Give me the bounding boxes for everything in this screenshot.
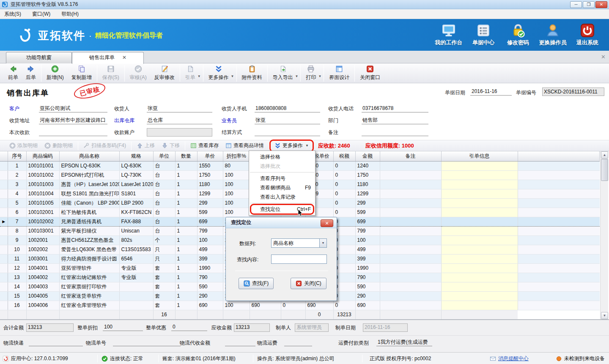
menu-item-查找定位[interactable]: 查找定位Ctrl+F bbox=[249, 205, 315, 214]
dropdown-arrow-icon[interactable]: ▼ bbox=[295, 74, 299, 78]
vertical-scrollbar[interactable]: ▲ ▼ bbox=[600, 151, 608, 319]
menu-item-查看序列号[interactable]: 查看序列号 bbox=[249, 174, 315, 183]
column-header-商品名称[interactable]: 商品名称 bbox=[59, 151, 119, 161]
form-label-出库仓库[interactable]: 出库仓库 bbox=[114, 117, 134, 124]
find-content-input[interactable] bbox=[271, 255, 327, 264]
filler-cell bbox=[518, 273, 600, 282]
row-marker bbox=[0, 208, 8, 217]
cell: 1 bbox=[175, 170, 197, 180]
form-field-部门[interactable]: 销售部 bbox=[362, 116, 428, 124]
footer-field-物流代收金额[interactable] bbox=[225, 339, 255, 346]
column-header-折扣率%[interactable]: 折扣率% bbox=[223, 151, 250, 161]
form-label-业务员[interactable]: 业务员 bbox=[222, 117, 237, 124]
form-label-客户[interactable]: 客户 bbox=[9, 105, 19, 112]
form-field-收货人[interactable]: 张亚 bbox=[147, 104, 212, 112]
filler-cell bbox=[518, 263, 600, 273]
toolbar-前单[interactable]: 前单 bbox=[4, 64, 22, 82]
find-button[interactable]: 查找(F) bbox=[239, 278, 274, 289]
detail-更多操作[interactable]: 更多操作▼ bbox=[271, 141, 312, 151]
footer-field-物流运费[interactable] bbox=[284, 339, 312, 346]
toolbar-打印[interactable]: 打印 bbox=[302, 64, 320, 82]
dialog-title[interactable]: 查找定位 bbox=[226, 217, 337, 228]
tab-1[interactable]: 销售出库单✕ bbox=[72, 52, 144, 64]
footer-field-整单优惠[interactable]: 0 bbox=[171, 323, 207, 331]
form-field-收货人电话[interactable]: 03716678678 bbox=[362, 104, 428, 112]
column-header-单价[interactable]: 单价 bbox=[197, 151, 223, 161]
summary-row: 16013213 bbox=[0, 310, 600, 319]
header-action-list[interactable]: 单据中心 bbox=[466, 23, 501, 47]
form-field-出库仓库[interactable]: 总仓库 bbox=[147, 116, 212, 124]
footer-field-整单折扣[interactable]: 100 bbox=[103, 323, 143, 331]
footer-field-物流快递[interactable] bbox=[29, 339, 83, 346]
dropdown-arrow-icon[interactable]: ▼ bbox=[305, 144, 309, 148]
column-header-备注[interactable]: 备注 bbox=[380, 151, 441, 161]
toolbar-复制新增[interactable]: 复制新增 bbox=[68, 64, 96, 82]
footer-field-制单人: 系统管理员 bbox=[295, 323, 329, 332]
form-field-业务员[interactable]: 张亚 bbox=[255, 116, 320, 124]
menu-item-选择价格[interactable]: 选择价格 bbox=[249, 152, 315, 161]
column-header-单位[interactable]: 单位 bbox=[153, 151, 175, 161]
minimize-button[interactable]: ─ bbox=[570, 1, 582, 8]
toolbar-后单[interactable]: 后单 bbox=[22, 64, 40, 82]
menu-item-2[interactable]: 帮助(H) bbox=[61, 11, 79, 18]
dropdown-arrow-icon[interactable]: ▼ bbox=[231, 74, 234, 78]
footer-field-运费付款类别[interactable]: 1我方付运费(生成运费 bbox=[376, 339, 432, 346]
toolbar-引单[interactable]: 引单 bbox=[181, 64, 199, 82]
status-item-5[interactable]: 消息提醒中心 bbox=[490, 353, 529, 364]
menu-item-查看捆绑商品[interactable]: 查看捆绑商品F9 bbox=[249, 183, 315, 192]
dialog-close-button[interactable]: 关闭(C) bbox=[291, 278, 326, 289]
cell bbox=[380, 282, 441, 291]
cell bbox=[441, 189, 518, 198]
toolbar-关闭窗口[interactable]: 关闭窗口 bbox=[356, 64, 384, 82]
scroll-down-icon[interactable]: ▼ bbox=[601, 312, 608, 319]
tabstrip-close-icon[interactable]: ✕ bbox=[601, 54, 606, 60]
footer-field-物流单号[interactable] bbox=[113, 339, 181, 346]
column-header-数量[interactable]: 数量 bbox=[175, 151, 197, 161]
detail-查看库存[interactable]: 查看库存 bbox=[187, 141, 222, 151]
dropdown-arrow-icon[interactable]: ▼ bbox=[198, 74, 201, 78]
toolbar-导入导出[interactable]: 导入导出 bbox=[269, 64, 297, 82]
form-field-收货地址[interactable]: 河南省郑州市中原区建设路口 bbox=[39, 116, 107, 124]
scroll-up-icon[interactable]: ▲ bbox=[601, 151, 608, 159]
scroll-thumb[interactable] bbox=[601, 159, 608, 181]
menu-item-1[interactable]: 窗口(W) bbox=[32, 11, 50, 18]
toolbar-审核(A)[interactable]: 审核(A) bbox=[126, 64, 151, 82]
form-field-结算方式[interactable] bbox=[255, 128, 320, 136]
form-field-收货人手机[interactable]: 18608080808 bbox=[255, 104, 320, 112]
toolbar-新增(N)[interactable]: 新增(N) bbox=[43, 64, 68, 82]
toolbar-更多操作[interactable]: 更多操作 bbox=[205, 64, 233, 82]
dropdown-arrow-icon[interactable]: ▼ bbox=[318, 74, 321, 78]
tab-0[interactable]: 功能导航窗 bbox=[6, 52, 72, 63]
toolbar-界面设计[interactable]: 界面设计 bbox=[325, 64, 353, 82]
form-field-本次收款[interactable] bbox=[39, 128, 107, 136]
menu-item-查看出入库记录[interactable]: 查看出入库记录 bbox=[249, 192, 315, 202]
dialog-close-icon[interactable]: ✕ bbox=[321, 219, 333, 227]
column-header-金额[interactable]: 金额 bbox=[355, 151, 380, 161]
tab-close-icon[interactable]: ✕ bbox=[122, 55, 126, 60]
data-column-select[interactable]: 商品名称 ▼ bbox=[271, 238, 327, 248]
table-row[interactable]: 161004006红管家仓库管理软件套169010069006900690 bbox=[0, 301, 600, 310]
toolbar-附件资料[interactable]: 附件资料 bbox=[238, 64, 266, 82]
cell: Uniscan bbox=[119, 226, 153, 235]
column-header-税额[interactable]: 税额 bbox=[333, 151, 355, 161]
form-label-收货人电话: 收货人电话 bbox=[328, 105, 354, 112]
detail-查看商品详情[interactable]: 查看商品详情 bbox=[222, 141, 267, 151]
header-action-monitor[interactable]: 我的工作台 bbox=[431, 23, 466, 47]
menu-item-0[interactable]: 系统(S) bbox=[4, 11, 21, 18]
close-button[interactable]: ✕ bbox=[595, 1, 607, 8]
combo-dropdown-icon[interactable]: ▼ bbox=[319, 239, 326, 247]
column-header-序号[interactable]: 序号 bbox=[8, 151, 26, 161]
cell: 1990 bbox=[355, 263, 380, 273]
header-action-user[interactable]: 更换操作员 bbox=[535, 23, 570, 47]
header-action-power[interactable]: 退出系统 bbox=[570, 23, 605, 47]
maximize-button[interactable]: ❐ bbox=[583, 1, 595, 8]
column-header-商品编码[interactable]: 商品编码 bbox=[26, 151, 59, 161]
form-field-备注[interactable] bbox=[362, 128, 428, 136]
column-header-规格[interactable]: 规格 bbox=[119, 151, 153, 161]
footer-label-物流运费: 物流运费 bbox=[257, 339, 277, 347]
form-field-客户[interactable]: 亚拓公司测试 bbox=[39, 104, 107, 112]
column-header-引单信息[interactable]: 引单信息 bbox=[441, 151, 518, 161]
toolbar-反审修改[interactable]: 反审修改 bbox=[151, 64, 178, 82]
toolbar-保存(S)[interactable]: 保存(S) bbox=[99, 64, 123, 82]
header-action-lock[interactable]: 修改密码 bbox=[501, 23, 535, 47]
